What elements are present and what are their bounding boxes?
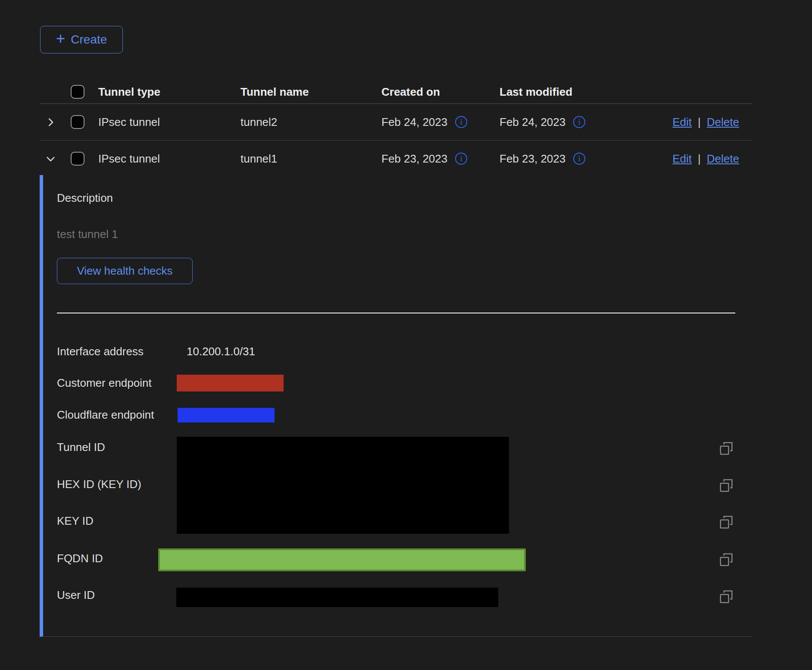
created-on-cell: Feb 23, 2023 xyxy=(381,152,447,166)
field-label-interface-address: Interface address xyxy=(57,345,144,358)
copy-icon[interactable] xyxy=(719,589,734,604)
copy-icon[interactable] xyxy=(719,441,734,456)
field-label-user-id: User ID xyxy=(57,589,95,602)
redaction-box-customer-endpoint xyxy=(177,375,284,391)
tunnels-table: Tunnel type Tunnel name Created on Last … xyxy=(40,80,752,177)
redaction-box-id-group xyxy=(177,437,509,534)
column-header-tunnel-type: Tunnel type xyxy=(98,85,240,99)
info-icon[interactable]: i xyxy=(573,153,585,165)
field-label-customer-endpoint: Customer endpoint xyxy=(57,376,152,390)
last-modified-cell: Feb 24, 2023 xyxy=(500,116,565,129)
copy-icon[interactable] xyxy=(719,478,734,493)
field-label-key-id: KEY ID xyxy=(57,514,94,528)
redaction-box-cloudflare-endpoint xyxy=(178,408,275,423)
redaction-box-fqdn-id xyxy=(158,548,526,571)
create-button-label: Create xyxy=(71,33,107,47)
column-header-tunnel-name: Tunnel name xyxy=(240,85,381,99)
edit-link[interactable]: Edit xyxy=(672,116,692,129)
table-row-tunnel1: IPsec tunnel tunnel1 Feb 23, 2023 i Feb … xyxy=(40,141,752,177)
tunnel-type-cell: IPsec tunnel xyxy=(98,152,240,166)
field-label-fqdn-id: FQDN ID xyxy=(57,552,103,565)
column-header-created-on: Created on xyxy=(381,85,500,99)
description-value: test tunnel 1 xyxy=(57,228,118,241)
copy-icon[interactable] xyxy=(719,515,734,529)
select-all-checkbox[interactable] xyxy=(71,85,84,99)
row-checkbox[interactable] xyxy=(71,115,84,129)
plus-icon: + xyxy=(56,31,66,47)
info-icon[interactable]: i xyxy=(455,153,467,165)
edit-link[interactable]: Edit xyxy=(672,152,692,166)
tunnel-name-cell: tunnel2 xyxy=(240,116,381,129)
section-divider xyxy=(57,313,735,313)
redaction-box-user-id xyxy=(176,588,498,607)
table-header-row: Tunnel type Tunnel name Created on Last … xyxy=(40,80,752,104)
column-header-last-modified: Last modified xyxy=(500,85,649,99)
interface-address-value: 10.200.1.0/31 xyxy=(187,345,255,358)
view-health-checks-button[interactable]: View health checks xyxy=(57,258,193,284)
chevron-down-icon[interactable] xyxy=(45,153,56,165)
description-label: Description xyxy=(57,191,113,205)
field-label-cloudflare-endpoint: Cloudflare endpoint xyxy=(57,408,154,422)
field-label-hex-id: HEX ID (KEY ID) xyxy=(57,478,141,491)
delete-link[interactable]: Delete xyxy=(707,152,739,166)
row-checkbox[interactable] xyxy=(71,152,84,166)
delete-link[interactable]: Delete xyxy=(707,116,739,129)
last-modified-cell: Feb 23, 2023 xyxy=(500,152,565,166)
table-row-tunnel2: IPsec tunnel tunnel2 Feb 24, 2023 i Feb … xyxy=(40,104,752,141)
info-icon[interactable]: i xyxy=(455,116,467,128)
tunnel-details-panel: Description test tunnel 1 View health ch… xyxy=(40,175,752,637)
copy-icon[interactable] xyxy=(719,552,734,567)
field-label-tunnel-id: Tunnel ID xyxy=(57,441,105,454)
chevron-right-icon[interactable] xyxy=(45,116,56,128)
action-separator: | xyxy=(698,116,701,129)
action-separator: | xyxy=(698,152,701,166)
created-on-cell: Feb 24, 2023 xyxy=(381,116,447,129)
create-button[interactable]: + Create xyxy=(40,26,123,53)
tunnel-type-cell: IPsec tunnel xyxy=(98,116,240,129)
info-icon[interactable]: i xyxy=(573,116,585,128)
tunnel-name-cell: tunnel1 xyxy=(240,152,381,166)
